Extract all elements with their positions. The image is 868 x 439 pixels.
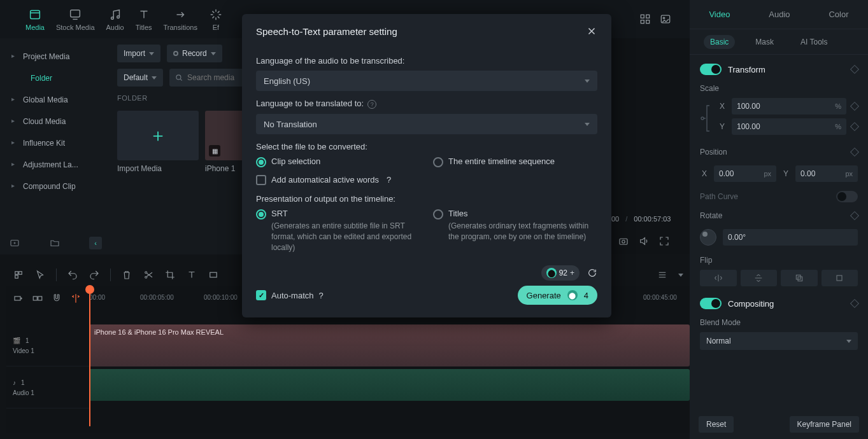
help-icon[interactable]: ? (367, 100, 376, 109)
video-clip[interactable]: iPhone 16 & iPhone 16 Pro Max REVEAL (89, 324, 690, 366)
playhead[interactable] (89, 286, 90, 426)
inspector-subtab-mask[interactable]: Mask (749, 35, 780, 49)
rotate-dial[interactable] (700, 229, 716, 246)
fullscreen-icon[interactable] (658, 235, 670, 247)
mute-icon[interactable] (48, 336, 57, 345)
titles-radio[interactable]: Titles (Generates ordinary text fragment… (433, 209, 597, 253)
folder-icon[interactable] (49, 237, 60, 249)
generate-button[interactable]: Generate ⬤ 4 (518, 286, 597, 305)
help-icon[interactable]: ? (318, 291, 323, 300)
sidebar-item-adjustment-layer[interactable]: Adjustment La... (0, 154, 108, 176)
sidebar-item-cloud-media[interactable]: Cloud Media (0, 111, 108, 132)
sidebar-item-compound-clip[interactable]: Compound Clip (0, 176, 108, 197)
lock-icon[interactable] (30, 378, 39, 387)
magnet-icon[interactable] (51, 293, 62, 304)
list-view-icon[interactable] (657, 269, 668, 281)
blend-mode-select[interactable]: Normal (700, 332, 858, 350)
inspector-subtab-basic[interactable]: Basic (704, 35, 735, 49)
select-tool-icon[interactable] (13, 269, 24, 281)
scale-x-field[interactable]: 100.00% (732, 98, 846, 115)
import-dropdown[interactable]: Import (117, 45, 160, 62)
video-track-header[interactable]: 🎬1 Video 1 (6, 324, 89, 366)
snapshot-icon[interactable] (618, 235, 629, 247)
sidebar-item-global-media[interactable]: Global Media (0, 89, 108, 111)
close-button[interactable] (586, 25, 597, 37)
volume-icon[interactable] (638, 235, 650, 247)
pointer-tool-icon[interactable] (34, 269, 46, 281)
marker-icon[interactable] (70, 293, 82, 304)
keyframe-icon[interactable] (850, 65, 859, 74)
credits-pill[interactable]: ⬤ 92 + (541, 265, 580, 281)
chevron-down-icon[interactable] (678, 274, 683, 277)
audio-track-header[interactable]: ♪1 Audio 1 (6, 366, 89, 408)
auto-active-words-checkbox[interactable]: Add automatical active words ? (256, 175, 597, 185)
sort-dropdown[interactable]: Default (117, 69, 163, 87)
track-link-icon[interactable] (32, 293, 43, 304)
pathcurve-toggle[interactable] (836, 191, 858, 202)
flip-v-button[interactable] (741, 270, 778, 286)
redo-icon[interactable] (89, 269, 100, 281)
auto-match-checkbox[interactable]: Auto-match ? (256, 290, 324, 300)
nav-audio[interactable]: Audio (106, 8, 124, 31)
flip-reset-button[interactable] (822, 270, 858, 286)
scale-label: Scale (700, 84, 858, 93)
import-media-tile[interactable]: ＋ Import Media (117, 111, 199, 173)
record-dropdown[interactable]: Record (167, 45, 222, 62)
sidebar-item-folder[interactable]: Folder (0, 67, 108, 89)
entire-timeline-radio[interactable]: The entire timeline sequence (433, 157, 597, 167)
flip-copy-button[interactable] (781, 270, 818, 286)
translate-language-select[interactable]: No Translation (256, 114, 597, 134)
svg-rect-12 (620, 239, 627, 244)
track-index: 1 (21, 379, 25, 386)
scale-y-field[interactable]: 100.00% (732, 118, 846, 135)
inspector-tab-video[interactable]: Video (709, 10, 730, 19)
clip-selection-radio[interactable]: Clip selection (256, 157, 420, 167)
nav-effects[interactable]: Ef (209, 8, 223, 31)
track-add-icon[interactable] (13, 293, 24, 304)
keyframe-icon[interactable] (850, 122, 859, 131)
keyframe-icon[interactable] (850, 148, 859, 157)
sidebar-item-influence-kit[interactable]: Influence Kit (0, 132, 108, 154)
undo-icon[interactable] (67, 269, 78, 281)
keyframe-icon[interactable] (850, 102, 859, 111)
nav-media[interactable]: Media (25, 8, 45, 31)
sidebar-item-project-media[interactable]: Project Media (0, 46, 108, 67)
chevron-down-icon (585, 80, 590, 83)
keyframe-icon[interactable] (850, 211, 859, 220)
inspector-tab-color[interactable]: Color (829, 10, 848, 19)
srt-radio[interactable]: SRT (Generates an entire subtitle file i… (256, 209, 420, 253)
nav-label: Transitions (164, 24, 197, 31)
image-icon[interactable] (659, 13, 672, 25)
pos-x-field[interactable]: 0.00px (714, 165, 776, 182)
transcribe-language-select[interactable]: English (US) (256, 71, 597, 91)
nav-transitions[interactable]: Transitions (164, 8, 197, 31)
cut-icon[interactable] (143, 269, 154, 281)
keyframe-panel-button[interactable]: Keyframe Panel (790, 416, 859, 433)
keyframe-icon[interactable] (850, 299, 859, 308)
audio-clip[interactable] (89, 369, 690, 401)
transform-toggle[interactable] (700, 64, 722, 75)
compositing-toggle[interactable] (700, 298, 722, 309)
radio-label: Titles (448, 209, 468, 218)
grid-icon[interactable] (639, 13, 651, 25)
rotate-field[interactable]: 0.00° (723, 229, 858, 246)
nav-titles[interactable]: Titles (136, 8, 152, 31)
pos-y-field[interactable]: 0.00px (795, 165, 858, 182)
svg-rect-15 (19, 272, 22, 275)
inspector-subtab-ai-tools[interactable]: AI Tools (794, 35, 834, 49)
eye-icon[interactable] (62, 336, 71, 345)
ratio-icon[interactable] (208, 269, 219, 281)
help-icon[interactable]: ? (387, 175, 391, 185)
collapse-sidebar-button[interactable]: ‹ (89, 237, 102, 249)
reset-button[interactable]: Reset (699, 416, 734, 433)
crop-icon[interactable] (164, 269, 176, 281)
refresh-icon[interactable] (587, 268, 597, 278)
lock-icon[interactable] (34, 336, 43, 345)
text-icon[interactable] (186, 269, 197, 281)
flip-h-button[interactable] (700, 270, 737, 286)
inspector-tab-audio[interactable]: Audio (769, 10, 790, 19)
mute-icon[interactable] (44, 378, 53, 387)
add-folder-icon[interactable] (9, 237, 20, 249)
nav-stock-media[interactable]: Stock Media (56, 8, 95, 31)
delete-icon[interactable] (121, 269, 132, 281)
